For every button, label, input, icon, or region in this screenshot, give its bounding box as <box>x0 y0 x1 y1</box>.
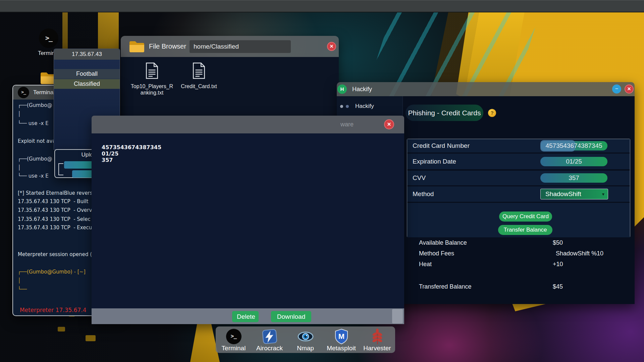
stat-label: Heat <box>419 261 432 268</box>
stat-label: Transfered Balance <box>419 283 471 290</box>
dock-item-nmap[interactable]: Nmap <box>287 326 323 353</box>
terminal-line: │ <box>18 111 21 117</box>
help-icon[interactable]: ? <box>488 109 496 117</box>
terminal-line: │ <box>18 165 21 171</box>
cvv-input[interactable]: 357 <box>540 173 607 183</box>
hackify-minimize-button[interactable]: − <box>612 84 621 94</box>
dock-item-airocrack[interactable]: Airocrack <box>252 326 287 353</box>
stat-row: Transfered Balance $45 <box>403 283 635 291</box>
svg-text:M: M <box>338 332 344 341</box>
stat-row: Method Fees ShadowShift %10 <box>403 250 635 258</box>
hackify-close-button[interactable]: ✕ <box>625 84 634 94</box>
file-browser-titlebar[interactable]: File Browser home/Classified ✕ <box>121 36 339 57</box>
file-name: Top10_Players_Ranking.txt <box>130 83 174 96</box>
form-row-cvv: CVV 357 <box>407 171 630 185</box>
airocrack-icon <box>262 329 277 344</box>
module-title-pill[interactable]: Phishing - Credit Cards <box>406 105 483 121</box>
terminal-line: ┌──(Gumbo@ <box>18 156 52 162</box>
stat-label: Method Fees <box>419 250 454 257</box>
phishing-form: Credit Card Number 4573543674387345 Expi… <box>407 139 630 237</box>
download-button[interactable]: Download <box>271 311 311 322</box>
document-icon <box>145 62 159 79</box>
terminal-icon: >_ <box>18 87 29 98</box>
file-content-line: 4573543674387345 <box>102 144 161 150</box>
sidebar-item-hackify[interactable]: Hackify <box>340 103 374 111</box>
metasploit-icon: M <box>335 328 348 345</box>
harvester-icon <box>372 328 383 345</box>
terminal-title: Terminal <box>33 85 55 100</box>
dock-item-terminal[interactable]: >_ Terminal <box>216 326 252 353</box>
file-browser-title: File Browser <box>149 36 186 57</box>
stat-row: Heat +10 <box>403 261 635 269</box>
chevron-down-icon: ▾ <box>602 189 604 199</box>
server-panel-title: 17.35.67.43 <box>54 49 120 60</box>
method-dropdown[interactable]: ShadowShift ▾ <box>540 189 608 199</box>
terminal-line: 17.35.67.43 130 TCP - Overv <box>18 207 92 213</box>
stat-value: ShadowShift %10 <box>556 250 603 257</box>
terminal-line: └── use -x E <box>18 173 49 179</box>
method-value: ShadowShift <box>545 190 581 197</box>
resize-grip[interactable] <box>392 309 403 323</box>
stat-value: $50 <box>553 239 563 246</box>
desktop: >_ Terminal File Browser home/Classified… <box>0 0 644 362</box>
form-row-card-number: Credit Card Number 4573543674387345 <box>407 139 630 153</box>
file-content-line: 01/25 <box>102 150 161 157</box>
hackify-title: Hackify <box>352 82 372 96</box>
terminal-icon: >_ <box>39 28 58 48</box>
terminal-line: ┌──(Gumbo@Gumbo) - [~] <box>18 269 86 275</box>
form-row-expiration: Expiration Date 01/25 <box>407 154 630 169</box>
server-panel-item-football[interactable]: Football <box>54 69 120 79</box>
stat-label: Available Balance <box>419 239 467 246</box>
terminal-line: └── <box>18 286 27 292</box>
terminal-line: 17.35.67.43 130 TCP - Selec <box>18 216 91 222</box>
folder-icon <box>129 40 145 53</box>
path-input[interactable]: home/Classified <box>190 40 291 53</box>
terminal-line: 17.35.67.43 130 TCP - Built <box>18 198 88 204</box>
text-viewer-close-button[interactable]: ✕ <box>384 119 394 129</box>
query-credit-card-button[interactable]: Query Credit Card <box>499 212 552 222</box>
stat-value: $45 <box>553 283 563 290</box>
terminal-line: │ <box>18 278 21 284</box>
server-panel-item-classified[interactable]: Classified <box>54 79 120 89</box>
dock-label: Metasploit <box>323 345 359 352</box>
dock-item-harvester[interactable]: Harvester <box>359 326 395 353</box>
expiration-input[interactable]: 01/25 <box>540 157 607 166</box>
dock-label: Nmap <box>287 345 323 352</box>
top-bar <box>0 0 644 12</box>
terminal-line: Meterpreter session opened ( <box>18 251 92 257</box>
file-name: Credit_Card.txt <box>177 83 221 89</box>
file-content: 4573543674387345 01/25 357 <box>102 144 161 163</box>
dot-icon <box>346 105 349 108</box>
card-number-input[interactable]: 4573543674387345 <box>540 141 607 150</box>
text-viewer-bottom-bar: Delete Download <box>92 308 404 324</box>
file-item[interactable]: Top10_Players_Ranking.txt <box>130 62 174 96</box>
sidebar-item-label: Hackify <box>355 103 374 109</box>
text-viewer-titlebar[interactable]: ware ✕ <box>92 116 404 133</box>
file-content-line: 357 <box>102 157 161 163</box>
document-icon <box>192 62 206 79</box>
stat-value: +10 <box>553 261 563 268</box>
cvv-value: 357 <box>540 173 607 183</box>
dock: >_ Terminal Airocrack Nmap <box>216 326 395 353</box>
terminal-line: └── use -x E <box>18 120 49 126</box>
upload-tree-bracket <box>58 163 63 175</box>
dock-label: Airocrack <box>252 345 287 352</box>
terminal-line: [*] Started EternalBlue revers <box>18 190 93 196</box>
text-viewer-title-fragment: ware <box>340 116 354 133</box>
transfer-balance-button[interactable]: Transfer Balance <box>498 225 552 235</box>
hackify-app-icon: H <box>337 84 347 94</box>
hackify-titlebar[interactable]: H Hackify − ✕ <box>337 82 635 96</box>
card-number-value: 4573543674387345 <box>540 141 607 150</box>
dock-label: Harvester <box>359 345 395 352</box>
dock-item-metasploit[interactable]: M Metasploit <box>323 326 359 353</box>
terminal-line: Meterpreter 17.35.67.4 <box>20 307 87 313</box>
expiration-value: 01/25 <box>540 157 607 166</box>
file-item[interactable]: Credit_Card.txt <box>177 62 221 89</box>
form-row-method: Method ShadowShift ▾ <box>407 186 630 202</box>
stat-row: Available Balance $50 <box>403 239 635 247</box>
terminal-line: ┌──(Gumbo@ <box>18 102 52 108</box>
delete-button[interactable]: Delete <box>232 311 259 322</box>
hackify-main: Phishing - Credit Cards ? Credit Card Nu… <box>402 96 635 304</box>
file-browser-close-button[interactable]: ✕ <box>327 42 336 51</box>
text-viewer-window: ware ✕ 4573543674387345 01/25 357 Delete… <box>92 116 404 324</box>
